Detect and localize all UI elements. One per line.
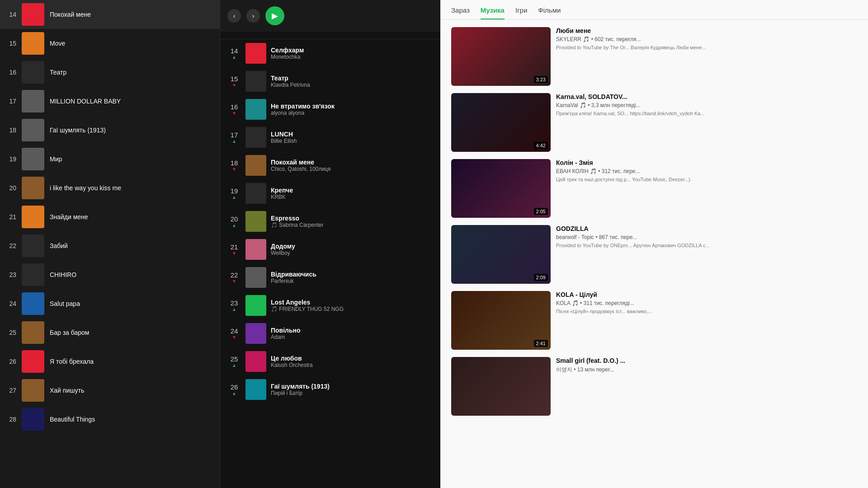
- track-thumbnail: [245, 239, 266, 260]
- left-thumb: [22, 379, 44, 402]
- track-name: Відриваючись: [271, 271, 433, 278]
- middle-panel: ‹ › ▶ 14 ▲ Селфхарм Monetochka 15 ▼ Теат…: [220, 0, 440, 488]
- right-tabs: ЗаразМузикаІгриФільми: [440, 0, 868, 20]
- video-duration: 2:09: [534, 274, 548, 281]
- trend-down-icon: ▼: [232, 251, 236, 256]
- video-channel: SKYLERR 🎵 • 602 тис. перегля...: [556, 36, 857, 42]
- left-rank: 23: [5, 271, 16, 278]
- track-number: 26 ▲: [227, 383, 241, 396]
- left-thumb: [22, 350, 44, 373]
- track-item[interactable]: 17 ▲ LUNCH Billie Eilish: [220, 123, 440, 151]
- track-number: 25 ▲: [227, 355, 241, 368]
- left-list-item[interactable]: 19 Мир: [0, 145, 220, 174]
- track-artist: Adam: [271, 334, 433, 340]
- track-number: 22 ▼: [227, 271, 241, 284]
- left-title: Хай пишуть: [50, 387, 214, 394]
- left-title: Знайди мене: [50, 213, 214, 221]
- rank-number: 25: [231, 355, 238, 363]
- left-rank: 28: [5, 416, 16, 423]
- left-title: Мир: [50, 155, 214, 163]
- track-info: Покохай мене Chico, Qatoshi, 100лиця: [271, 159, 433, 172]
- track-thumbnail: [245, 127, 266, 148]
- left-list-item[interactable]: 23 CHIHIRO: [0, 260, 220, 289]
- left-title: Move: [50, 40, 214, 47]
- rank-number: 15: [231, 75, 238, 83]
- track-artist: Kalush Orchestra: [271, 362, 433, 368]
- video-description: Provided to YouTube by ONEpm... Арутюн А…: [556, 242, 857, 249]
- left-thumb: [22, 292, 44, 315]
- left-list-item[interactable]: 14 Покохай мене: [0, 0, 220, 29]
- video-description: Пісня «Цілуй» продовжує іст... важливо,.…: [556, 308, 857, 315]
- track-item[interactable]: 26 ▲ Гаї шумлять (1913) Пирiй i Батiр: [220, 375, 440, 404]
- left-list-item[interactable]: 17 MILLION DOLLAR BABY: [0, 87, 220, 116]
- video-card[interactable]: 2:41 KOLA - Цілуй KOLA 🎵 • 311 тис. пере…: [451, 291, 857, 350]
- track-item[interactable]: 23 ▲ Lost Angeles 🎵 FRIENDLY THUG 52 NGG: [220, 291, 440, 319]
- track-item[interactable]: 24 ▼ Повільно Adam: [220, 319, 440, 347]
- left-title: Beautiful Things: [50, 416, 214, 423]
- left-list-item[interactable]: 28 Beautiful Things: [0, 405, 220, 434]
- rank-number: 21: [231, 243, 238, 251]
- rank-number: 20: [231, 215, 238, 223]
- track-item[interactable]: 18 ▼ Покохай мене Chico, Qatoshi, 100лиц…: [220, 151, 440, 179]
- track-item[interactable]: 14 ▲ Селфхарм Monetochka: [220, 39, 440, 67]
- video-description: Цей трек та інші доступні під р... YouTu…: [556, 176, 857, 183]
- right-tab-зараз[interactable]: Зараз: [451, 6, 470, 19]
- video-title: Колін - Змія: [556, 159, 857, 166]
- video-card[interactable]: 4:42 Karna.val, SOLDATOV... KarnaVal 🎵 •…: [451, 93, 857, 152]
- video-card[interactable]: Small girl (feat. D.O.) ... 이영지 • 13 млн…: [451, 357, 857, 416]
- left-rank: 15: [5, 40, 16, 47]
- left-thumb: [22, 119, 44, 141]
- left-list-item[interactable]: 26 Я тобі брехала: [0, 347, 220, 376]
- left-list-item[interactable]: 25 Бар за баром: [0, 318, 220, 347]
- left-title: Salut papa: [50, 300, 214, 307]
- right-tab-фільми[interactable]: Фільми: [538, 6, 561, 19]
- left-list-item[interactable]: 18 Гаї шумлять (1913): [0, 116, 220, 145]
- video-card[interactable]: 3:23 Люби мене SKYLERR 🎵 • 602 тис. пере…: [451, 27, 857, 86]
- track-name: Крепче: [271, 187, 433, 194]
- track-name: Це любов: [271, 355, 433, 362]
- back-button[interactable]: ‹: [227, 9, 241, 23]
- left-thumb: [22, 32, 44, 55]
- track-name: Селфхарм: [271, 47, 433, 54]
- track-item[interactable]: 19 ▲ Крепче KRBK: [220, 179, 440, 207]
- left-title: Покохай мене: [50, 11, 214, 18]
- track-item[interactable]: 22 ▼ Відриваючись Parfeniuk: [220, 263, 440, 291]
- track-artist: 🎵 FRIENDLY THUG 52 NGG: [271, 306, 433, 312]
- left-rank: 18: [5, 127, 16, 134]
- track-item[interactable]: 16 ▼ Не втратимо зв'язок alyona alyona: [220, 95, 440, 123]
- video-thumbnail: 4:42: [451, 93, 551, 152]
- video-card[interactable]: 2:09 GODZILLA bearwolf - Topic • 867 тис…: [451, 225, 857, 284]
- trend-up-icon: ▲: [232, 139, 236, 144]
- left-list-item[interactable]: 21 Знайди мене: [0, 202, 220, 231]
- rank-number: 16: [231, 103, 238, 111]
- left-thumb: [22, 3, 44, 26]
- rank-number: 17: [231, 131, 238, 139]
- left-list-item[interactable]: 22 Забий: [0, 231, 220, 260]
- track-item[interactable]: 25 ▲ Це любов Kalush Orchestra: [220, 347, 440, 375]
- forward-button[interactable]: ›: [246, 9, 260, 23]
- play-button[interactable]: ▶: [265, 6, 284, 25]
- video-duration: 2:41: [534, 340, 548, 347]
- left-list-item[interactable]: 27 Хай пишуть: [0, 376, 220, 405]
- rank-number: 18: [231, 159, 238, 167]
- left-list-item[interactable]: 20 i like the way you kiss me: [0, 174, 220, 202]
- track-item[interactable]: 20 ▲ Espresso 🎵 Sabrina Carpenter: [220, 207, 440, 235]
- track-number: 18 ▼: [227, 159, 241, 172]
- right-content: 3:23 Люби мене SKYLERR 🎵 • 602 тис. пере…: [440, 20, 868, 488]
- track-name: Lost Angeles: [271, 299, 433, 306]
- track-name: Не втратимо зв'язок: [271, 103, 433, 110]
- video-card[interactable]: 2:05 Колін - Змія ЕВАН КОЛІН 🎵 • 312 тис…: [451, 159, 857, 218]
- left-list-item[interactable]: 24 Salut papa: [0, 289, 220, 318]
- track-number: 21 ▼: [227, 243, 241, 256]
- track-name: Гаї шумлять (1913): [271, 383, 433, 390]
- track-item[interactable]: 15 ▼ Театр Klavdia Petrivna: [220, 67, 440, 95]
- track-name: Театр: [271, 75, 433, 82]
- left-list-item[interactable]: 16 Театр: [0, 58, 220, 87]
- left-list-item[interactable]: 15 Move: [0, 29, 220, 58]
- track-item[interactable]: 21 ▼ Додому Wellboy: [220, 235, 440, 263]
- right-tab-ігри[interactable]: Ігри: [515, 6, 527, 19]
- left-title: CHIHIRO: [50, 271, 214, 278]
- right-tab-музика[interactable]: Музика: [481, 6, 505, 19]
- left-panel: 14 Покохай мене 15 Move 16 Театр 17 MILL…: [0, 0, 220, 488]
- rank-number: 22: [231, 271, 238, 279]
